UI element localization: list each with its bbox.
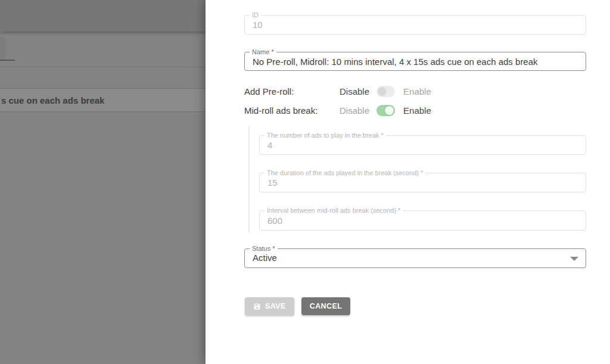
- midroll-toggle[interactable]: [376, 105, 395, 116]
- toggle-knob: [385, 106, 394, 115]
- save-icon: [253, 303, 261, 310]
- save-button[interactable]: SAVE: [245, 297, 294, 315]
- add-preroll-toggle[interactable]: [376, 86, 395, 97]
- cancel-button[interactable]: CANCEL: [301, 297, 350, 315]
- id-input: [245, 15, 586, 34]
- save-button-label: SAVE: [265, 302, 286, 310]
- edit-plan-drawer: ID Name * Add Pre-roll: Disable Enable M…: [206, 0, 610, 364]
- midroll-disable-label: Disable: [340, 105, 369, 116]
- ads-interval-field: Interval between mid-roll ads break (sec…: [259, 210, 586, 231]
- add-preroll-enable-label: Enable: [403, 86, 431, 97]
- cancel-button-label: CANCEL: [310, 302, 342, 310]
- screen: s cue on each ads break ID Name * Add Pr…: [0, 0, 610, 364]
- midroll-settings-group: The number of ads to play in the break *…: [248, 126, 586, 232]
- midroll-label: Mid-roll ads break:: [244, 105, 340, 116]
- add-preroll-label: Add Pre-roll:: [244, 86, 340, 97]
- midroll-enable-label: Enable: [403, 105, 431, 116]
- add-preroll-row: Add Pre-roll: Disable Enable: [244, 85, 586, 98]
- ads-duration-field: The duration of the ads played in the br…: [259, 173, 586, 192]
- name-field-label: Name *: [250, 48, 276, 56]
- toggle-knob: [378, 87, 387, 96]
- form-actions: SAVE CANCEL: [245, 297, 350, 315]
- ads-duration-label: The duration of the ads played in the br…: [264, 169, 425, 177]
- name-field: Name *: [244, 52, 586, 71]
- add-preroll-disable-label: Disable: [340, 86, 369, 97]
- ads-interval-label: Interval between mid-roll ads break (sec…: [264, 207, 403, 214]
- midroll-row: Mid-roll ads break: Disable Enable: [244, 104, 586, 117]
- ads-count-label: The number of ads to play in the break *: [264, 132, 386, 139]
- status-label: Status *: [250, 245, 278, 253]
- ads-count-field: The number of ads to play in the break *: [259, 135, 586, 155]
- id-field: ID: [244, 15, 586, 35]
- id-field-label: ID: [250, 11, 261, 19]
- dropdown-arrow-icon: [570, 257, 578, 261]
- status-value: Active: [245, 249, 586, 267]
- name-input[interactable]: [245, 52, 586, 70]
- status-select[interactable]: Status * Active: [244, 248, 586, 268]
